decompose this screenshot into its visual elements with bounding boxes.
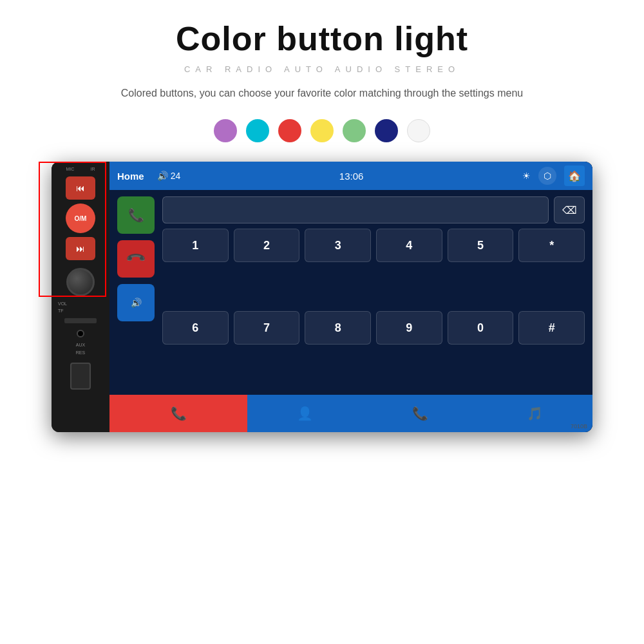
status-home-label: Home — [117, 171, 144, 182]
left-panel: MIC IR ⏮ O/M ⏭ VOL TF — [52, 162, 109, 432]
backspace-button[interactable]: ⌫ — [554, 196, 585, 223]
subtitle: CAR RADIO AUTO AUDIO STEREO — [184, 64, 460, 74]
home-icon-button[interactable]: 🏠 — [564, 166, 585, 186]
num-btn-8[interactable]: 8 — [305, 311, 371, 345]
dial-input-row: ⌫ — [162, 196, 585, 223]
prev-icon: ⏮ — [76, 183, 85, 193]
volume-level: 24 — [171, 171, 181, 181]
om-button[interactable]: O/M — [66, 204, 95, 233]
tf-slot[interactable] — [64, 318, 97, 323]
num-btn-5[interactable]: 5 — [448, 229, 514, 262]
num-btn-0[interactable]: 0 — [448, 311, 514, 345]
answer-call-icon: 📞 — [128, 207, 144, 223]
color-dots-row — [214, 119, 430, 142]
status-bar: Home 🔊 24 13:06 ☀ ⬡ 🏠 — [109, 162, 592, 190]
color-dot-purple[interactable] — [214, 119, 237, 142]
page: Color button light CAR RADIO AUTO AUDIO … — [0, 0, 644, 644]
dial-input-field[interactable] — [162, 196, 549, 223]
om-label: O/M — [75, 215, 87, 222]
end-call-icon: 📞 — [125, 248, 147, 270]
next-button[interactable]: ⏭ — [66, 237, 95, 260]
backspace-icon: ⌫ — [562, 204, 577, 216]
volume-knob[interactable] — [66, 268, 95, 296]
model-label: 7010B — [571, 423, 587, 430]
description: Colored buttons, you can choose your fav… — [121, 86, 523, 101]
keypad-main: ⌫ 1 2 3 4 5 * 6 7 8 — [162, 196, 585, 388]
home-icon: 🏠 — [568, 170, 581, 182]
model-number: 7010B — [571, 423, 587, 430]
device-area: MIC IR ⏮ O/M ⏭ VOL TF — [45, 162, 599, 432]
next-icon: ⏭ — [76, 243, 85, 254]
prev-button[interactable]: ⏮ — [66, 176, 95, 200]
radio-unit: MIC IR ⏮ O/M ⏭ VOL TF — [52, 162, 592, 432]
volume-icon: 🔊 — [157, 171, 168, 181]
color-dot-white[interactable] — [407, 119, 430, 142]
answer-call-button[interactable]: 📞 — [117, 196, 155, 234]
num-btn-6[interactable]: 6 — [162, 311, 229, 345]
bottom-callout-button[interactable]: 📞 — [363, 395, 478, 432]
num-btn-7[interactable]: 7 — [234, 311, 300, 345]
num-btn-star[interactable]: * — [518, 229, 585, 262]
bottom-call-icon: 📞 — [171, 406, 187, 421]
mic-ir-labels: MIC IR — [58, 167, 103, 171]
num-btn-4[interactable]: 4 — [376, 229, 442, 262]
bottom-music-icon: 🎵 — [527, 406, 543, 421]
aux-res-labels: AUX RES — [76, 341, 85, 355]
num-btn-1[interactable]: 1 — [162, 229, 229, 262]
screen: Home 🔊 24 13:06 ☀ ⬡ 🏠 — [109, 162, 592, 432]
res-label: RES — [76, 349, 85, 356]
speaker-button[interactable]: 🔊 — [117, 284, 155, 321]
left-call-buttons: 📞 📞 🔊 — [117, 196, 156, 388]
numpad-grid: 1 2 3 4 5 * 6 7 8 9 0 # — [162, 229, 585, 388]
bottom-contacts-button[interactable]: 👤 — [247, 395, 363, 432]
brightness-icon: ☀ — [522, 171, 531, 181]
vol-label: VOL — [58, 300, 103, 307]
color-dot-darkblue[interactable] — [375, 119, 398, 142]
audio-jack — [77, 330, 84, 337]
color-dot-cyan[interactable] — [246, 119, 269, 142]
color-dot-red[interactable] — [278, 119, 301, 142]
num-btn-3[interactable]: 3 — [305, 229, 371, 262]
end-call-button[interactable]: 📞 — [117, 240, 155, 278]
speaker-icon: 🔊 — [131, 298, 142, 308]
bottom-contacts-icon: 👤 — [297, 406, 313, 421]
mic-label: MIC — [66, 167, 75, 171]
bottom-call-button[interactable]: 📞 — [109, 395, 247, 432]
bottom-bar: 📞 👤 📞 🎵 — [109, 395, 592, 432]
keypad-area: 📞 📞 🔊 — [109, 190, 592, 395]
vol-tf-labels: VOL TF — [58, 300, 103, 314]
color-dot-green[interactable] — [343, 119, 366, 142]
page-title: Color button light — [176, 19, 468, 58]
status-volume: 🔊 24 — [157, 171, 181, 181]
num-btn-hash[interactable]: # — [518, 311, 585, 345]
status-time: 13:06 — [188, 171, 515, 182]
num-btn-9[interactable]: 9 — [376, 311, 442, 345]
ir-label: IR — [90, 167, 95, 171]
bluetooth-icon: ⬡ — [544, 171, 551, 181]
tf-label: TF — [58, 307, 103, 314]
usb-slot — [70, 363, 91, 390]
status-icons: ☀ ⬡ 🏠 — [522, 166, 585, 186]
aux-label: AUX — [76, 341, 85, 348]
color-dot-yellow[interactable] — [310, 119, 334, 142]
num-btn-2[interactable]: 2 — [234, 229, 300, 262]
bluetooth-icon-circle: ⬡ — [538, 167, 556, 185]
bottom-callout-icon: 📞 — [412, 406, 428, 421]
